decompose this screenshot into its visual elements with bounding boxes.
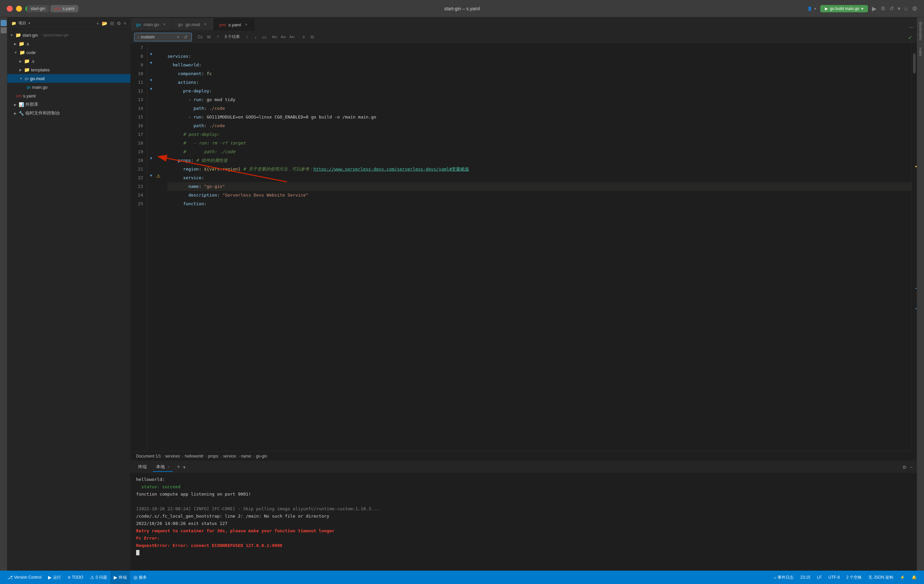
tree-item-code[interactable]: ▼ 📁 code	[7, 48, 130, 57]
search-layout-btn1[interactable]: ≡	[300, 33, 307, 41]
status-problems[interactable]: ⚠ 0 问题	[87, 571, 111, 584]
search-clear-btn[interactable]: ×	[175, 34, 181, 40]
terminal-add-btn[interactable]: +	[177, 463, 180, 470]
regex-btn[interactable]: .*	[214, 33, 221, 41]
terminal-tab-close[interactable]: ×	[167, 465, 170, 469]
search-icon[interactable]: ⌕	[904, 5, 908, 12]
titlebar-tab-startgin[interactable]: start-gin	[27, 5, 49, 12]
terminal-settings-icon[interactable]: ⚙	[902, 465, 907, 470]
right-divider	[918, 44, 923, 44]
breadcrumb-document[interactable]: Document 1/1	[136, 454, 161, 458]
json-schema-label: 无 JSON 架构	[868, 575, 893, 580]
search-refresh-btn[interactable]: ↺	[182, 34, 189, 40]
code-area[interactable]: services: helloworld: component: fc acti…	[162, 43, 911, 451]
close-icon-explorer[interactable]: ×	[124, 21, 126, 26]
right-label-make[interactable]: make	[918, 45, 923, 58]
close-btn[interactable]	[7, 6, 13, 12]
case-sensitive-btn[interactable]: Cc	[196, 33, 204, 41]
search-filter-btn[interactable]: ⊟	[309, 33, 316, 41]
breadcrumb-services[interactable]: services:	[165, 454, 181, 458]
account-btn[interactable]: 👤 ▾	[807, 7, 816, 11]
status-lf[interactable]: LF	[813, 575, 825, 580]
tree-item-templates[interactable]: ▶ 📁 templates	[7, 65, 130, 74]
status-terminal[interactable]: ▶ 终端	[111, 571, 130, 584]
terminal-chevron-btn[interactable]: ▾	[183, 465, 185, 470]
search-next-btn[interactable]: ↓	[252, 33, 259, 41]
status-json-schema[interactable]: 无 JSON 架构	[865, 575, 897, 580]
breadcrumb-helloworld[interactable]: helloworld:	[185, 454, 204, 458]
status-right: ⌕ 事件日志 23:15 LF UTF-8 2 个空格 无 JSON 架构 ⚡ …	[771, 575, 920, 580]
tab-gomod-icon: go	[178, 22, 183, 27]
tree-item-gomod[interactable]: ▼ go go.mod	[7, 74, 130, 83]
tree-item-external[interactable]: ▶ 📊 外部库	[7, 100, 130, 109]
minimize-btn[interactable]	[16, 6, 22, 12]
tree-root[interactable]: ▼ 📁 start-gin ~/go/src/start-gin	[7, 31, 130, 40]
terminal-tab-terminal[interactable]: 终端	[135, 463, 150, 472]
match-case-btn[interactable]: Aa↕	[271, 33, 279, 41]
breadcrumb-name[interactable]: name:	[241, 454, 252, 458]
tree-item-temp[interactable]: ▶ 🔧 临时文件和控制台	[7, 109, 130, 117]
run-button[interactable]: ▶ go build main.go ▾	[820, 5, 868, 12]
search-prev-btn[interactable]: ↑	[243, 33, 251, 41]
status-run[interactable]: ▶ 运行	[45, 571, 64, 584]
breadcrumb-service[interactable]: service:	[223, 454, 237, 458]
fold-8[interactable]: ▼	[147, 52, 155, 61]
status-search-right[interactable]: ⌕ 事件日志	[771, 575, 797, 580]
status-indent[interactable]: 2 个空格	[843, 575, 865, 580]
regex-match-btn[interactable]: Aa↕	[289, 33, 296, 41]
status-encoding[interactable]: UTF-8	[825, 575, 843, 580]
status-todo[interactable]: ≡ TODO	[64, 571, 87, 584]
account-chevron: ▾	[814, 7, 816, 11]
fold-11[interactable]: ▼	[147, 78, 155, 87]
fold-12[interactable]: ▼	[147, 87, 155, 96]
status-version-control[interactable]: ⎇ Version Control	[4, 571, 45, 584]
new-file-icon[interactable]: +	[96, 21, 99, 26]
term-text: Fc Error:	[136, 536, 160, 541]
tree-item-code-s[interactable]: ▶ 📁 .s	[7, 57, 130, 65]
terminal-tab-local[interactable]: 本地 ×	[153, 463, 173, 472]
explorer-chevron[interactable]: ▾	[28, 21, 30, 25]
play-icon[interactable]: ▶	[872, 5, 877, 12]
search-input[interactable]	[141, 35, 174, 40]
activity-icon-1[interactable]	[1, 20, 7, 26]
tab-more-icon[interactable]: ⋯	[909, 24, 914, 30]
breadcrumb-props[interactable]: props:	[208, 454, 219, 458]
status-service[interactable]: ◎ 服务	[130, 571, 150, 584]
right-label-bookmarks[interactable]: Bookmarks	[918, 20, 923, 42]
titlebar-tab-syaml[interactable]: yml s.yaml	[50, 5, 78, 12]
fold-9[interactable]: ▼	[147, 61, 155, 69]
code-token[interactable]: https://www.serverless-devs.com/serverle…	[314, 165, 469, 174]
tab-gomod[interactable]: go go.mod ×	[173, 18, 214, 30]
activity-icon-2[interactable]	[1, 27, 7, 33]
root-path: ~/go/src/start-gin	[41, 33, 69, 37]
tree-item-s1[interactable]: ▶ 📁 .s	[7, 40, 130, 48]
fold-20[interactable]: ▼	[147, 156, 155, 165]
status-power[interactable]: ⚡	[897, 575, 908, 580]
word-match-btn[interactable]: Aa↕	[280, 33, 287, 41]
code-token: GO111MODULE=on GOOS=linux CGO_ENABLED=0 …	[206, 113, 376, 121]
settings-icon-explorer[interactable]: ⚙	[117, 21, 121, 26]
tab-syaml-close[interactable]: ×	[244, 22, 249, 27]
scrollbar-thumb[interactable]	[913, 53, 916, 73]
tree-item-syaml[interactable]: yml s.yaml	[7, 91, 130, 100]
more-run-icon[interactable]: ▾	[898, 5, 900, 12]
code-token: run	[193, 96, 201, 104]
new-folder-icon[interactable]: 📂	[102, 21, 107, 26]
status-notifications[interactable]: 🔔	[908, 575, 920, 580]
editor-tab-actions: ⋯	[909, 24, 917, 30]
tab-gomod-close[interactable]: ×	[203, 22, 208, 27]
debug-icon[interactable]: ⚙	[881, 5, 885, 12]
search-select-btn[interactable]: ▭	[261, 33, 268, 41]
settings-icon[interactable]: ⚙	[912, 5, 917, 12]
rerun-icon[interactable]: ↺	[889, 5, 894, 12]
breadcrumb-gogin[interactable]: go-gin	[256, 454, 267, 458]
terminal-close-icon[interactable]: −	[910, 465, 912, 470]
tree-item-maingo[interactable]: go main.go	[7, 83, 130, 91]
fold-22[interactable]: ▼	[147, 174, 155, 182]
collapse-icon[interactable]: ⊟	[110, 21, 114, 26]
tab-maingo-close[interactable]: ×	[162, 22, 167, 27]
tab-maingo[interactable]: go main.go ×	[131, 18, 173, 30]
whole-word-btn[interactable]: W	[205, 33, 213, 41]
tab-syaml[interactable]: yml s.yaml ×	[214, 18, 255, 30]
code-line-10: component: fc	[167, 69, 911, 78]
